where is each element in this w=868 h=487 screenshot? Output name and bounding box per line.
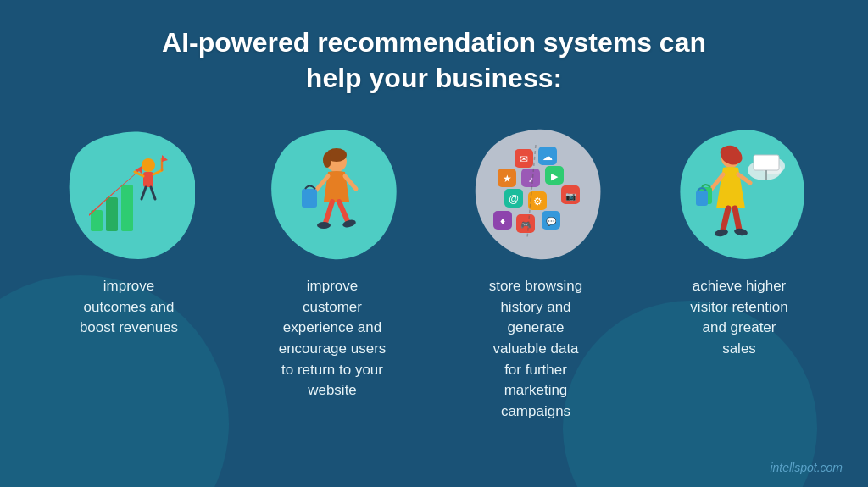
card-data-text: store browsinghistory andgeneratevaluabl… [489,276,583,422]
main-content: AI-powered recommendation systems can he… [0,0,868,440]
svg-rect-51 [696,191,708,206]
card-data: ✉ ☁ ★ ♪ ▶ 📷 @ [447,125,625,422]
svg-line-6 [153,170,162,174]
blob-experience [267,125,398,261]
blob-revenues [64,125,195,261]
svg-line-5 [135,172,143,176]
card-revenues: improveoutcomes andboost revenues [40,125,218,422]
card-revenues-text: improveoutcomes andboost revenues [80,276,178,339]
page-title: AI-powered recommendation systems can he… [162,25,706,96]
svg-rect-15 [302,189,317,208]
card-retention: achieve highervisitor retentionand great… [650,125,828,422]
card-retention-text: achieve highervisitor retentionand great… [690,276,787,360]
card-experience: improvecustomerexperience andencourage u… [243,125,421,422]
svg-line-7 [142,187,146,199]
blob-data: ✉ ☁ ★ ♪ ▶ 📷 @ [470,125,602,261]
svg-point-19 [317,222,331,229]
svg-line-54 [735,208,739,230]
svg-text:💬: 💬 [546,216,557,227]
svg-text:@: @ [509,193,519,205]
svg-text:♦: ♦ [500,215,505,227]
businessman-growth-icon [78,142,180,244]
svg-line-8 [151,187,155,199]
blob-retention [674,125,805,261]
svg-point-13 [323,152,331,168]
svg-line-17 [326,202,332,223]
svg-text:🎮: 🎮 [520,219,531,230]
svg-line-53 [723,208,728,230]
svg-line-18 [339,202,348,221]
svg-text:★: ★ [503,173,512,185]
svg-point-56 [733,227,748,236]
svg-text:▶: ▶ [551,171,559,181]
card-experience-text: improvecustomerexperience andencourage u… [279,276,387,401]
shopping-woman-icon [688,142,790,244]
apps-icons-icon: ✉ ☁ ★ ♪ ▶ 📷 @ [485,142,587,244]
svg-text:✉: ✉ [520,153,528,165]
brand-label: intellspot.com [770,461,843,474]
svg-rect-46 [754,155,779,170]
background: AI-powered recommendation systems can he… [0,0,868,487]
svg-rect-0 [91,210,103,231]
svg-point-3 [142,158,155,172]
walking-person-icon [281,142,383,244]
svg-rect-4 [143,172,153,187]
svg-text:☁: ☁ [542,151,553,163]
svg-point-55 [714,228,728,237]
svg-rect-1 [106,197,118,231]
cards-row: improveoutcomes andboost revenues [34,125,834,422]
svg-marker-10 [162,155,168,162]
svg-text:📷: 📷 [565,191,576,202]
svg-rect-2 [121,185,133,231]
svg-text:⚙: ⚙ [533,196,542,208]
